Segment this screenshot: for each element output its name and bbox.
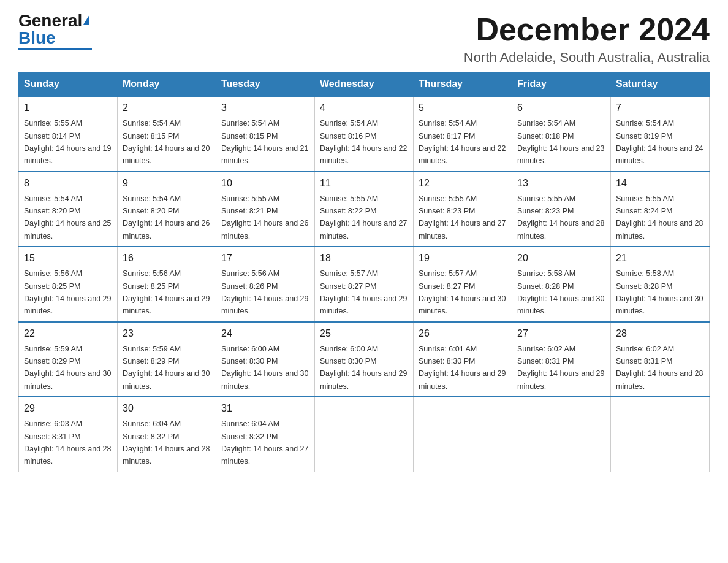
day-info: Sunrise: 5:54 AMSunset: 8:18 PMDaylight:… (517, 119, 604, 165)
calendar-cell: 30 Sunrise: 6:04 AMSunset: 8:32 PMDaylig… (118, 397, 216, 472)
day-info: Sunrise: 6:00 AMSunset: 8:30 PMDaylight:… (320, 345, 407, 391)
week-row-2: 8 Sunrise: 5:54 AMSunset: 8:20 PMDayligh… (19, 172, 710, 247)
day-info: Sunrise: 5:54 AMSunset: 8:19 PMDaylight:… (616, 119, 703, 165)
day-info: Sunrise: 6:02 AMSunset: 8:31 PMDaylight:… (517, 345, 604, 391)
calendar-cell: 14 Sunrise: 5:55 AMSunset: 8:24 PMDaylig… (611, 172, 710, 247)
day-info: Sunrise: 5:54 AMSunset: 8:20 PMDaylight:… (123, 194, 210, 240)
day-info: Sunrise: 6:03 AMSunset: 8:31 PMDaylight:… (24, 419, 111, 465)
week-row-4: 22 Sunrise: 5:59 AMSunset: 8:29 PMDaylig… (19, 322, 710, 397)
day-number: 6 (517, 101, 605, 115)
title-section: December 2024 North Adelaide, South Aust… (464, 12, 710, 66)
logo-general-text: General (18, 11, 82, 30)
day-number: 2 (123, 101, 211, 115)
week-row-5: 29 Sunrise: 6:03 AMSunset: 8:31 PMDaylig… (19, 397, 710, 472)
day-number: 25 (320, 326, 408, 341)
day-info: Sunrise: 6:04 AMSunset: 8:32 PMDaylight:… (221, 419, 308, 465)
header-monday: Monday (118, 72, 216, 97)
page-header: General Blue December 2024 North Adelaid… (18, 12, 710, 66)
calendar-table: SundayMondayTuesdayWednesdayThursdayFrid… (18, 72, 710, 472)
day-info: Sunrise: 5:54 AMSunset: 8:15 PMDaylight:… (221, 119, 308, 165)
logo-blue-text: Blue (18, 28, 56, 47)
calendar-cell: 15 Sunrise: 5:56 AMSunset: 8:25 PMDaylig… (19, 247, 118, 322)
calendar-cell: 2 Sunrise: 5:54 AMSunset: 8:15 PMDayligh… (118, 96, 216, 172)
calendar-cell: 25 Sunrise: 6:00 AMSunset: 8:30 PMDaylig… (315, 322, 414, 397)
week-row-1: 1 Sunrise: 5:55 AMSunset: 8:14 PMDayligh… (19, 96, 710, 172)
calendar-cell: 20 Sunrise: 5:58 AMSunset: 8:28 PMDaylig… (512, 247, 611, 322)
calendar-cell: 31 Sunrise: 6:04 AMSunset: 8:32 PMDaylig… (216, 397, 315, 472)
calendar-cell: 23 Sunrise: 5:59 AMSunset: 8:29 PMDaylig… (118, 322, 216, 397)
calendar-cell (315, 397, 414, 472)
month-title: December 2024 (464, 12, 710, 47)
calendar-cell: 8 Sunrise: 5:54 AMSunset: 8:20 PMDayligh… (19, 172, 118, 247)
calendar-cell (512, 397, 611, 472)
week-row-3: 15 Sunrise: 5:56 AMSunset: 8:25 PMDaylig… (19, 247, 710, 322)
header-tuesday: Tuesday (216, 72, 315, 97)
day-number: 4 (320, 101, 408, 115)
day-number: 12 (419, 176, 507, 191)
day-info: Sunrise: 5:54 AMSunset: 8:16 PMDaylight:… (320, 119, 407, 165)
day-info: Sunrise: 5:55 AMSunset: 8:14 PMDaylight:… (24, 119, 111, 165)
calendar-cell: 18 Sunrise: 5:57 AMSunset: 8:27 PMDaylig… (315, 247, 414, 322)
day-number: 21 (616, 251, 704, 266)
day-number: 28 (616, 326, 704, 341)
day-info: Sunrise: 5:59 AMSunset: 8:29 PMDaylight:… (123, 345, 210, 391)
calendar-cell (611, 397, 710, 472)
day-info: Sunrise: 6:02 AMSunset: 8:31 PMDaylight:… (616, 345, 703, 391)
logo: General Blue (18, 12, 92, 50)
day-info: Sunrise: 5:58 AMSunset: 8:28 PMDaylight:… (616, 269, 703, 315)
calendar-cell: 17 Sunrise: 5:56 AMSunset: 8:26 PMDaylig… (216, 247, 315, 322)
day-info: Sunrise: 5:55 AMSunset: 8:24 PMDaylight:… (616, 194, 703, 240)
day-number: 14 (616, 176, 704, 191)
calendar-cell: 12 Sunrise: 5:55 AMSunset: 8:23 PMDaylig… (414, 172, 512, 247)
day-number: 18 (320, 251, 408, 266)
calendar-cell: 26 Sunrise: 6:01 AMSunset: 8:30 PMDaylig… (414, 322, 512, 397)
day-number: 11 (320, 176, 408, 191)
calendar-cell: 24 Sunrise: 6:00 AMSunset: 8:30 PMDaylig… (216, 322, 315, 397)
calendar-cell: 6 Sunrise: 5:54 AMSunset: 8:18 PMDayligh… (512, 96, 611, 172)
day-info: Sunrise: 5:55 AMSunset: 8:23 PMDaylight:… (517, 194, 604, 240)
logo-underline (18, 48, 92, 50)
day-number: 15 (24, 251, 112, 266)
day-info: Sunrise: 5:54 AMSunset: 8:20 PMDaylight:… (24, 194, 111, 240)
day-number: 13 (517, 176, 605, 191)
day-number: 29 (24, 401, 112, 416)
day-number: 24 (221, 326, 309, 341)
header-friday: Friday (512, 72, 611, 97)
day-number: 31 (221, 401, 309, 416)
calendar-cell: 13 Sunrise: 5:55 AMSunset: 8:23 PMDaylig… (512, 172, 611, 247)
day-number: 19 (419, 251, 507, 266)
header-thursday: Thursday (414, 72, 512, 97)
calendar-cell: 29 Sunrise: 6:03 AMSunset: 8:31 PMDaylig… (19, 397, 118, 472)
calendar-header-row: SundayMondayTuesdayWednesdayThursdayFrid… (19, 72, 710, 97)
header-sunday: Sunday (19, 72, 118, 97)
calendar-cell: 7 Sunrise: 5:54 AMSunset: 8:19 PMDayligh… (611, 96, 710, 172)
day-number: 30 (123, 401, 211, 416)
day-number: 10 (221, 176, 309, 191)
day-number: 22 (24, 326, 112, 341)
header-wednesday: Wednesday (315, 72, 414, 97)
day-info: Sunrise: 5:56 AMSunset: 8:26 PMDaylight:… (221, 269, 308, 315)
calendar-cell: 16 Sunrise: 5:56 AMSunset: 8:25 PMDaylig… (118, 247, 216, 322)
day-info: Sunrise: 5:56 AMSunset: 8:25 PMDaylight:… (123, 269, 210, 315)
calendar-cell: 11 Sunrise: 5:55 AMSunset: 8:22 PMDaylig… (315, 172, 414, 247)
day-info: Sunrise: 5:55 AMSunset: 8:21 PMDaylight:… (221, 194, 308, 240)
logo-triangle-icon (83, 15, 89, 25)
calendar-cell (414, 397, 512, 472)
day-number: 9 (123, 176, 211, 191)
day-info: Sunrise: 5:54 AMSunset: 8:17 PMDaylight:… (419, 119, 506, 165)
day-info: Sunrise: 6:04 AMSunset: 8:32 PMDaylight:… (123, 419, 210, 465)
header-saturday: Saturday (611, 72, 710, 97)
calendar-cell: 9 Sunrise: 5:54 AMSunset: 8:20 PMDayligh… (118, 172, 216, 247)
day-info: Sunrise: 6:01 AMSunset: 8:30 PMDaylight:… (419, 345, 506, 391)
calendar-cell: 21 Sunrise: 5:58 AMSunset: 8:28 PMDaylig… (611, 247, 710, 322)
calendar-cell: 4 Sunrise: 5:54 AMSunset: 8:16 PMDayligh… (315, 96, 414, 172)
location-title: North Adelaide, South Australia, Austral… (464, 50, 710, 66)
calendar-cell: 3 Sunrise: 5:54 AMSunset: 8:15 PMDayligh… (216, 96, 315, 172)
day-number: 27 (517, 326, 605, 341)
day-number: 17 (221, 251, 309, 266)
day-number: 23 (123, 326, 211, 341)
day-number: 5 (419, 101, 507, 115)
calendar-cell: 1 Sunrise: 5:55 AMSunset: 8:14 PMDayligh… (19, 96, 118, 172)
calendar-cell: 10 Sunrise: 5:55 AMSunset: 8:21 PMDaylig… (216, 172, 315, 247)
day-number: 8 (24, 176, 112, 191)
